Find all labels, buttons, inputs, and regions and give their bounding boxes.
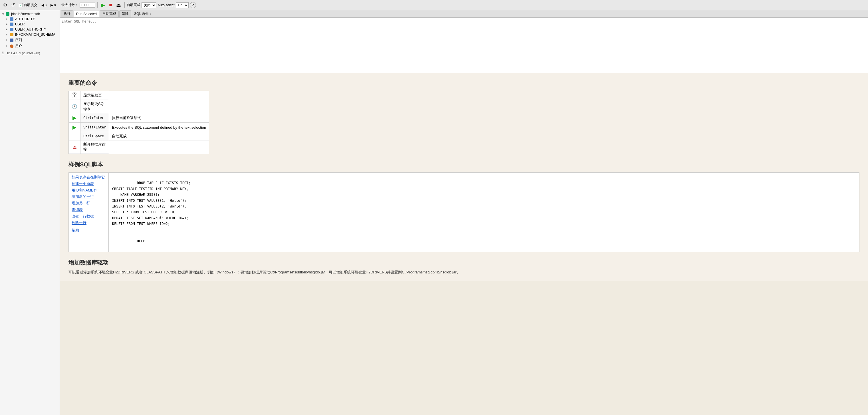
cmd-shortcut-runsel: Shift+Enter	[81, 123, 109, 132]
disconnect-button[interactable]: ⏏	[115, 1, 122, 9]
version-text: H2 1.4.199 (2019-03-13)	[6, 51, 40, 55]
example-link-columns[interactable]: 用ID和NAME列	[72, 187, 105, 194]
cmd-desc-autocomplete: 自动完成	[109, 132, 209, 141]
expander-users-icon: +	[6, 45, 9, 48]
sidebar-item-authority[interactable]: + AUTHORITY	[0, 17, 60, 22]
table-row: ▶ Ctrl+Enter 执行当前SQL语句	[69, 113, 209, 123]
max-rows-label: 最大行数：	[61, 3, 79, 7]
run-selected-tab-button[interactable]: Run Selected	[73, 11, 99, 17]
examples-section: 样例SQL脚本 如果表存在在删除它 创建一个新表 用ID和NAME列 增加新的一…	[68, 161, 860, 252]
disconnect-cmd-icon: ⏏	[72, 145, 77, 150]
cmd-desc-disconnect: 断开数据库连接	[81, 141, 109, 154]
expander-authority-icon: +	[6, 18, 9, 21]
cmd-icon-cell-history: 🕓	[69, 100, 81, 113]
example-link-drop[interactable]: 如果表存在在删除它	[72, 174, 105, 180]
example-link-select[interactable]: 查询表	[72, 207, 105, 213]
db-icon	[6, 12, 9, 16]
table-row: ? 显示帮助页	[69, 91, 209, 100]
run-selected-cmd-icon: ▶	[72, 124, 76, 130]
cmd-icon-cell-help: ?	[69, 91, 81, 100]
help-link-row: 帮助	[72, 228, 105, 234]
help-content: 重要的命令 ? 显示帮助页 🕓	[60, 73, 868, 281]
stop-button[interactable]: ■	[107, 1, 114, 8]
info-icon: ℹ	[2, 51, 4, 55]
examples-title: 样例SQL脚本	[68, 161, 860, 169]
expander-icon: ▼	[2, 12, 5, 16]
cmd-desc-runsel: Executes the SQL statement defined by th…	[109, 123, 209, 132]
settings-icon: ⚙	[3, 2, 7, 8]
sidebar-version: ℹ H2 1.4.199 (2019-03-13)	[0, 50, 60, 56]
sql-editor[interactable]	[60, 18, 868, 72]
run-button[interactable]: ▶	[100, 1, 106, 9]
sidebar-label-userauth: USER_AUTHORITY	[15, 27, 46, 31]
expander-infoschema-icon: +	[6, 33, 9, 36]
sql-examples-links: 如果表存在在删除它 创建一个新表 用ID和NAME列 增加新的一行 增加另一行 …	[69, 173, 109, 252]
autosubmit-button[interactable]: 自动提交	[18, 2, 39, 8]
sidebar-label-users: 用户	[15, 44, 22, 49]
folder-userauth-icon	[10, 28, 13, 31]
sidebar-label-authority: AUTHORITY	[15, 17, 35, 21]
cmd-desc-run: 执行当前SQL语句	[109, 113, 209, 123]
max-rows-input[interactable]	[80, 3, 95, 8]
driver-title: 增加数据库驱动	[68, 259, 860, 267]
run-tab-button[interactable]: 执行	[61, 10, 73, 18]
cmd-icon-cell-disconnect: ⏏	[69, 141, 81, 154]
example-link-create[interactable]: 创建一个新表	[72, 181, 105, 187]
sql-examples-box: 如果表存在在删除它 创建一个新表 用ID和NAME列 增加新的一行 增加另一行 …	[68, 172, 860, 252]
grid-sequence-icon	[10, 38, 13, 42]
sidebar-label-infoschema: INFORMATION_SCHEMA	[15, 33, 55, 36]
back-count: 0	[45, 3, 46, 7]
sidebar-label-sequence: 序列	[15, 38, 22, 42]
sidebar-item-users[interactable]: + 用户	[0, 43, 60, 49]
auto-select-dropdown[interactable]: On Off	[176, 2, 189, 8]
back-button[interactable]: ◀ 0	[40, 3, 48, 8]
table-row: 🕓 显示历史SQL命令	[69, 100, 209, 113]
help-button[interactable]: ?	[190, 2, 196, 8]
help-icon: ?	[192, 3, 194, 7]
sidebar-item-sequence[interactable]: + 序列	[0, 37, 60, 43]
commands-title: 重要的命令	[68, 79, 860, 87]
example-link-update[interactable]: 改变一行数据	[72, 213, 105, 219]
disconnect-icon: ⏏	[116, 2, 121, 8]
help-link[interactable]: 帮助	[72, 228, 79, 232]
separator-2	[97, 2, 98, 8]
example-link-insert2[interactable]: 增加另一行	[72, 200, 105, 206]
sidebar: ▼ jdbc:h2mem:testdb + AUTHORITY + USER +…	[0, 10, 60, 415]
run-cmd-icon: ▶	[72, 115, 76, 121]
autocomplete-tab-button[interactable]: 自动完成	[100, 10, 119, 18]
sidebar-item-user[interactable]: + USER	[0, 22, 60, 27]
commands-table: ? 显示帮助页 🕓 显示历史SQL命令	[68, 91, 209, 154]
forward-button[interactable]: ▶ 0	[49, 3, 57, 8]
back-icon: ◀	[41, 3, 44, 7]
examples-code-text: DROP TABLE IF EXISTS TEST; CREATE TABLE …	[112, 181, 191, 226]
folder-authority-icon	[10, 18, 13, 21]
forward-count: 0	[54, 3, 56, 7]
run-icon: ▶	[101, 2, 105, 8]
table-row: ⏏ 断开数据库连接	[69, 141, 209, 154]
driver-section: 增加数据库驱动 可以通过添加系统环境变量H2DRIVERS 或者 CLASSPA…	[68, 259, 860, 275]
driver-text: 可以通过添加系统环境变量H2DRIVERS 或者 CLASSPATH 来增加数据…	[68, 269, 860, 275]
cmd-icon-cell-run: ▶	[69, 113, 81, 123]
cmd-shortcut-run: Ctrl+Enter	[81, 113, 109, 123]
sidebar-label-user: USER	[15, 22, 25, 26]
cmd-icon-cell-autocomplete	[69, 132, 81, 141]
expander-userauth-icon: +	[6, 28, 9, 31]
expander-sequence-icon: +	[6, 38, 9, 42]
expander-user-icon: +	[6, 23, 9, 26]
content-area: 执行 Run Selected 自动完成 清除 SQL 语句： 重要的命令	[60, 10, 868, 415]
cmd-shortcut-autocomplete: Ctrl+Space	[81, 132, 109, 141]
sidebar-db-root[interactable]: ▼ jdbc:h2mem:testdb	[0, 11, 60, 17]
refresh-button[interactable]: ↺	[10, 2, 16, 8]
clear-tab-button[interactable]: 清除	[119, 10, 131, 18]
auto-select-label: Auto select	[157, 3, 174, 7]
table-row: Ctrl+Space 自动完成	[69, 132, 209, 141]
settings-button[interactable]: ⚙	[2, 2, 8, 8]
autocomplete-select[interactable]: 关闭 开启	[142, 2, 156, 8]
diamond-users-icon	[10, 45, 13, 48]
example-link-delete[interactable]: 删除一行	[72, 220, 105, 226]
sidebar-item-user-authority[interactable]: + USER_AUTHORITY	[0, 27, 60, 32]
separator-3	[124, 2, 125, 8]
sidebar-item-infoschema[interactable]: + INFORMATION_SCHEMA	[0, 32, 60, 37]
example-link-insert1[interactable]: 增加新的一行	[72, 194, 105, 200]
autosubmit-checkbox	[19, 3, 23, 7]
